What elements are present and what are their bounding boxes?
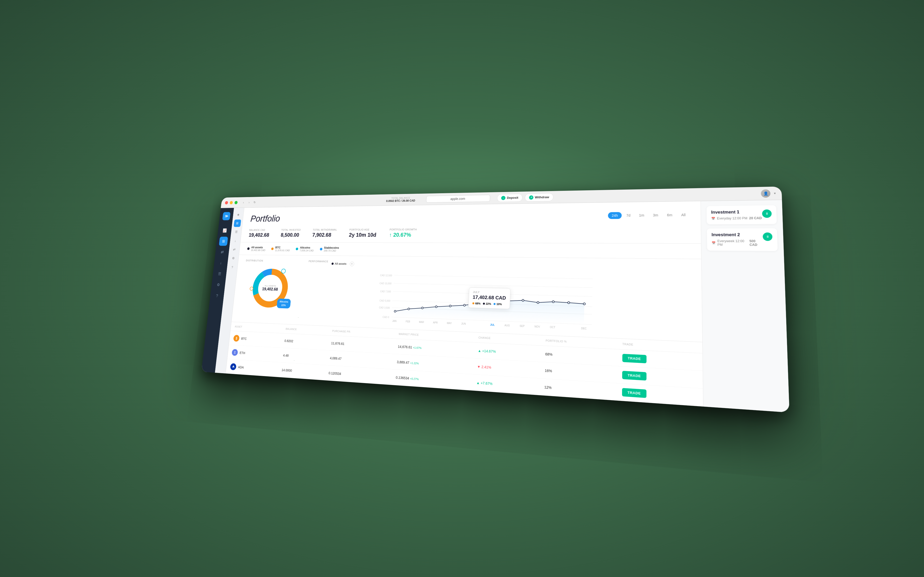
svg-text:CAD 7,500: CAD 7,500: [380, 290, 391, 293]
deposit-withdraw-buttons: ↓ Deposit ↗ Withdraw: [497, 193, 554, 202]
close-button[interactable]: [225, 201, 228, 204]
sidebar-item-share[interactable]: ⇄: [217, 247, 227, 256]
stat-age: PORTFOLIO AGE 2y 10m 10d: [349, 228, 377, 238]
time-filter-6m[interactable]: 6m: [663, 211, 676, 219]
tooltip-btc-dot: [472, 303, 474, 305]
time-filter-1m[interactable]: 1m: [635, 212, 648, 219]
svg-text:NOV: NOV: [534, 325, 540, 328]
sidebar-item-settings[interactable]: ⚙: [214, 280, 223, 290]
svg-point-19: [449, 305, 451, 307]
svg-text:APR: APR: [433, 321, 438, 324]
stat-invested-label: TOTAL INVESTED: [281, 229, 301, 231]
stablecoins-filter-info: Stablecoins 200.70 CAD: [324, 246, 339, 252]
eth-trade-button[interactable]: TRADE: [622, 371, 646, 380]
svg-line-10: [394, 283, 592, 287]
svg-text:CAD 12,500: CAD 12,500: [380, 274, 392, 277]
filter-altcoins[interactable]: Altcoins 7,839.24 CAD: [296, 246, 314, 252]
investment-2-row: Investment 2 📅 Everyweek 12:00 PM 500 CA…: [712, 232, 773, 247]
stat-age-value: 2y 10m 10d: [349, 232, 377, 238]
svg-text:DEC: DEC: [581, 327, 587, 330]
svg-text:AUG: AUG: [504, 324, 510, 327]
chart-tooltip: JULY 17,402.68 CAD 68% 22%: [468, 287, 510, 309]
sidebar-secondary-item-6[interactable]: ⚙: [230, 254, 237, 262]
main-content: Portfolio 24h 7d 1m 3m 6m All BALANCE CA: [226, 201, 703, 407]
nav-refresh-button[interactable]: ↻: [252, 200, 257, 205]
btc-filter-info: BTC 11,676.61 CAD: [275, 246, 290, 252]
sidebar-secondary-item-2[interactable]: ⊞: [233, 219, 241, 227]
btc-trade-button[interactable]: TRADE: [622, 354, 647, 363]
stat-withdrawal-value: 7,902.68: [312, 232, 337, 238]
ada-icon: ₳: [230, 363, 237, 370]
mac-window: ‹ › ↻ TOTAL BALANCE 0.0502 BTC / 26.08 C…: [201, 187, 789, 413]
svg-text:JAN: JAN: [392, 319, 396, 322]
btc-symbol: BTC: [241, 337, 247, 340]
nav-back-button[interactable]: ‹: [241, 200, 246, 205]
sidebar-secondary-item-7[interactable]: ?: [229, 263, 236, 271]
tooltip-btc: 68%: [472, 302, 481, 305]
ada-trade-button[interactable]: TRADE: [622, 388, 646, 398]
svg-point-18: [435, 306, 437, 308]
perf-filter-dot: [332, 263, 333, 265]
investment-1-info: Investment 1 📅 Everyday 12:00 PM 20 CAD: [711, 210, 762, 221]
investment-2-info: Investment 2 📅 Everyweek 12:00 PM 500 CA…: [712, 232, 763, 247]
sidebar-secondary-item-4[interactable]: ↓: [232, 237, 239, 245]
sidebar-secondary-item-5[interactable]: ⇄: [230, 246, 238, 253]
maximize-button[interactable]: [234, 201, 238, 204]
altcoins-filter-info: Altcoins 7,839.24 CAD: [299, 246, 314, 252]
stat-growth-value: ↑ 20.67%: [389, 232, 417, 238]
stat-invested: TOTAL INVESTED 8,500.00: [280, 229, 301, 238]
time-filter-7d[interactable]: 7d: [623, 212, 634, 219]
sidebar-secondary-item-3[interactable]: ☰: [232, 228, 240, 235]
time-filter-24h[interactable]: 24h: [608, 212, 621, 219]
svg-text:MAR: MAR: [419, 321, 424, 324]
investment-2-amount: 500 CAD: [749, 239, 763, 247]
svg-text:MAY: MAY: [447, 322, 452, 325]
device-wrapper: ‹ › ↻ TOTAL BALANCE 0.0502 BTC / 26.08 C…: [149, 60, 775, 517]
deposit-button[interactable]: ↓ Deposit: [497, 194, 522, 202]
sidebar-item-help[interactable]: ?: [212, 291, 222, 301]
all-assets-name: All assets 19,402.68 CAD: [251, 246, 266, 251]
filter-stablecoins[interactable]: Stablecoins 200.70 CAD: [320, 246, 339, 252]
url-bar[interactable]: apple.com: [426, 195, 490, 203]
stat-growth: PORTFOLIO GROWTH ↑ 20.67%: [389, 228, 417, 238]
avatar[interactable]: 👤: [761, 189, 771, 198]
deposit-icon: ↓: [501, 196, 505, 200]
svg-text:FEB: FEB: [406, 320, 410, 323]
sidebar-item-grid[interactable]: ⊞: [219, 237, 228, 246]
altcoins-bubble: Altcoins22%: [277, 298, 291, 308]
add-asset-button[interactable]: +: [349, 262, 354, 266]
nav-forward-button[interactable]: ›: [246, 200, 252, 205]
page-title: Portfolio: [250, 213, 280, 224]
performance-label: PERFORMANCE: [309, 260, 328, 263]
time-filter-all[interactable]: All: [678, 211, 690, 219]
filter-btc[interactable]: BTC 11,676.61 CAD: [271, 246, 290, 252]
sidebar-secondary-item-1[interactable]: ◈: [235, 211, 242, 218]
sidebar-item-list[interactable]: ☰: [215, 269, 224, 279]
svg-point-24: [522, 299, 524, 301]
investment-card-2: Investment 2 📅 Everyweek 12:00 PM 500 CA…: [707, 228, 778, 251]
investment-1-schedule: Everyday 12:00 PM: [717, 216, 748, 220]
titlebar-right: 👤 ▾: [761, 189, 776, 198]
portfolio-header: Portfolio 24h 7d 1m 3m 6m All BALANCE CA: [240, 201, 701, 244]
filter-all-assets[interactable]: All assets 19,402.68 CAD: [247, 246, 266, 251]
withdraw-button[interactable]: ↗ Withdraw: [525, 193, 554, 201]
investment-1-amount: 20 CAD: [749, 216, 762, 220]
investment-card-1: Investment 1 📅 Everyday 12:00 PM 20 CAD …: [707, 205, 777, 224]
tooltip-alt: 22%: [483, 302, 491, 305]
performance-chart: PERFORMANCE All assets + JULY 17,4: [303, 260, 691, 336]
investment-1-pause-button[interactable]: ⏸: [762, 210, 772, 218]
sidebar-item-trend[interactable]: 📈: [220, 226, 229, 235]
minimize-button[interactable]: [230, 201, 233, 204]
investment-1-title: Investment 1: [711, 210, 761, 214]
investment-2-pause-button[interactable]: ⏸: [763, 232, 773, 241]
tooltip-stable-dot: [494, 303, 496, 305]
stat-growth-label: PORTFOLIO GROWTH: [390, 228, 417, 231]
ada-balance: 14.0000: [277, 362, 325, 380]
svg-line-9: [394, 275, 592, 279]
svg-text:JUL: JUL: [490, 323, 495, 326]
time-filter-3m[interactable]: 3m: [649, 211, 662, 219]
btc-balance: 0.8202: [280, 333, 328, 350]
svg-text:JUN: JUN: [461, 322, 466, 325]
sidebar-item-download[interactable]: ↓: [216, 258, 225, 268]
svg-text:OCT: OCT: [550, 326, 555, 329]
